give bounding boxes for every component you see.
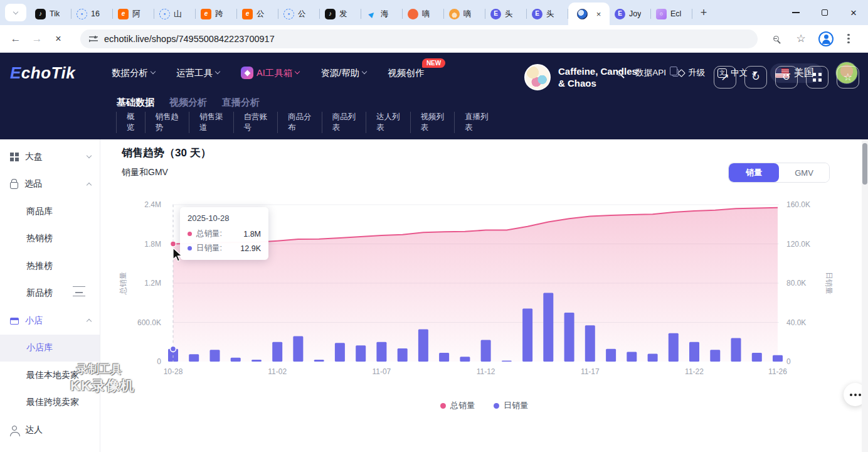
main-content: 销售趋势（30 天） 销量和GMV 销量 GMV 00600.0K40.0K1.…	[100, 139, 868, 452]
browser-menu-button[interactable]	[842, 30, 860, 48]
favicon-bulb-icon: ○	[656, 9, 667, 19]
subnav-item[interactable]: 商品分布	[277, 112, 322, 133]
browser-profile-button[interactable]	[817, 30, 835, 48]
nav-resources-help[interactable]: 资源/帮助	[320, 67, 366, 79]
browser-tab[interactable]: e 跨	[196, 3, 237, 25]
sidebar-item-label: 热销榜	[26, 233, 91, 244]
browser-tab[interactable]: 嘀	[403, 3, 444, 25]
browser-tab[interactable]: ● 山	[154, 3, 196, 25]
browser-tab[interactable]: E Joy	[610, 3, 651, 25]
browser-tab[interactable]: ♪ 发	[320, 3, 361, 25]
tab-title: 头	[505, 9, 513, 19]
tooltip-date: 2025-10-28	[188, 213, 261, 223]
bag-icon	[10, 182, 18, 189]
browser-tab[interactable]: e 阿	[113, 3, 154, 25]
sidebar-item[interactable]: 热销榜	[0, 225, 100, 253]
copy-icon[interactable]	[672, 69, 679, 77]
browser-tab[interactable]: ● 公	[278, 3, 320, 25]
window-restore-button[interactable]	[810, 0, 839, 25]
subnav-tab[interactable]: 基础数据	[117, 97, 154, 109]
tab-title: 跨	[215, 9, 223, 19]
sidebar-item-label: 达人	[25, 424, 91, 436]
sidebar-item[interactable]: 小店库	[0, 335, 100, 362]
legend-item[interactable]: 日销量	[494, 400, 528, 411]
tab-search-button[interactable]	[5, 4, 26, 21]
zoom-button[interactable]	[766, 30, 785, 48]
svg-text:0: 0	[786, 357, 791, 366]
sidebar-item[interactable]: 热推榜	[0, 252, 100, 280]
browser-tab[interactable]: ▶ 海	[361, 3, 403, 25]
svg-text:40.0K: 40.0K	[786, 318, 806, 327]
browser-tab[interactable]: ♪ Tik	[30, 3, 71, 25]
address-bar[interactable]: echotik.live/shops/7495500842223700917	[80, 30, 758, 48]
store-icon	[10, 318, 19, 325]
bookmark-button[interactable]: ☆	[791, 30, 810, 48]
favicon-globe-icon	[577, 9, 588, 19]
page-title: 销售趋势（30 天）	[122, 146, 211, 160]
sidebar-item[interactable]: 选品	[0, 171, 100, 198]
svg-text:160.0K: 160.0K	[786, 200, 810, 209]
sidebar-item[interactable]: 小店	[0, 307, 100, 335]
svg-text:11-26: 11-26	[768, 367, 787, 376]
svg-text:11-07: 11-07	[372, 367, 391, 376]
subnav-item[interactable]: 销售趋势	[145, 112, 189, 133]
browser-tab[interactable]: 嘀	[444, 3, 485, 25]
browser-tab[interactable]: e 公	[237, 3, 278, 25]
window-minimize-button[interactable]	[781, 0, 810, 25]
sidebar-item[interactable]: 最佳本地卖家	[0, 362, 100, 389]
stop-loading-button[interactable]: ×	[48, 28, 69, 50]
page-scrollbar[interactable]	[862, 139, 868, 452]
legend-item[interactable]: 总销量	[440, 400, 475, 411]
subnav-tab[interactable]: 直播分析	[222, 97, 260, 109]
sync-icon[interactable]: ↻	[744, 66, 767, 89]
favicon-fox-icon	[449, 9, 460, 19]
subnav-item[interactable]: 销售渠道	[189, 112, 233, 133]
toggle-gmv-button[interactable]: GMV	[779, 163, 829, 182]
chart-subtitle: 销量和GMV	[122, 167, 168, 178]
back-button[interactable]: ←	[5, 28, 26, 50]
bookmark-star-icon: ☆	[796, 32, 805, 45]
history-icon[interactable]: ↺	[775, 66, 798, 89]
new-tab-button[interactable]: +	[695, 4, 712, 21]
shop-avatar	[524, 64, 551, 90]
chevron-icon	[87, 319, 92, 324]
url-text[interactable]: echotik.live/shops/7495500842223700917	[104, 34, 275, 44]
sidebar-item[interactable]: 大盘	[0, 143, 100, 171]
echotik-logo[interactable]: EchoTik	[10, 63, 104, 83]
browser-tab[interactable]: ×	[568, 3, 610, 25]
browser-tab[interactable]: ● 16	[71, 3, 113, 25]
site-header: EchoTik 数据分析 运营工具 AI工具箱 资源/帮助 视频创作NEW 数据…	[0, 53, 868, 139]
favorite-star-icon[interactable]: ☆	[837, 66, 859, 89]
nav-data-analysis[interactable]: 数据分析	[112, 67, 155, 79]
subnav-item[interactable]: 直播列表	[454, 112, 499, 133]
forward-button[interactable]: →	[26, 28, 48, 50]
chevron-down-icon	[215, 69, 220, 74]
nav-ai-toolbox[interactable]: AI工具箱	[241, 67, 299, 79]
favicon-orange-icon: e	[242, 9, 253, 19]
subnav-item[interactable]: 概览	[116, 112, 145, 133]
window-close-button[interactable]: ×	[839, 0, 868, 25]
qr-grid-icon[interactable]	[806, 66, 828, 89]
sidebar-item[interactable]: 商品库	[0, 198, 100, 225]
external-link-icon[interactable]: ↗	[714, 66, 736, 89]
nav-operation-tools[interactable]: 运营工具	[176, 67, 220, 79]
subnav-item[interactable]: 达人列表	[366, 112, 410, 133]
subnav-item[interactable]: 自营账号	[233, 112, 278, 133]
subnav-tab[interactable]: 视频分析	[169, 97, 207, 109]
sidebar-collapse-button[interactable]	[73, 286, 85, 296]
browser-tab[interactable]: E 头	[527, 3, 568, 25]
legend-dot-icon	[494, 403, 499, 409]
toggle-sales-button[interactable]: 销量	[729, 163, 779, 182]
subnav-item[interactable]: 商品列表	[322, 112, 366, 133]
sidebar-item[interactable]: 最佳跨境卖家	[0, 389, 100, 417]
site-settings-icon[interactable]	[89, 35, 98, 43]
sidebar-item[interactable]: 达人	[0, 416, 100, 444]
subnav-item[interactable]: 视频列表	[410, 112, 455, 133]
subnav-items: 概览 销售趋势 销售渠道 自营账号 商品分布 商品列表 达人列表 视频列表 直播…	[116, 112, 499, 133]
tab-close-icon[interactable]: ×	[596, 9, 601, 19]
series-dot-icon	[188, 232, 192, 236]
nav-video-creation[interactable]: 视频创作NEW	[388, 67, 424, 79]
browser-tab[interactable]: ○ Ecl	[651, 3, 692, 25]
scrollbar-thumb[interactable]	[862, 143, 867, 185]
browser-tab[interactable]: E 头	[485, 3, 527, 25]
